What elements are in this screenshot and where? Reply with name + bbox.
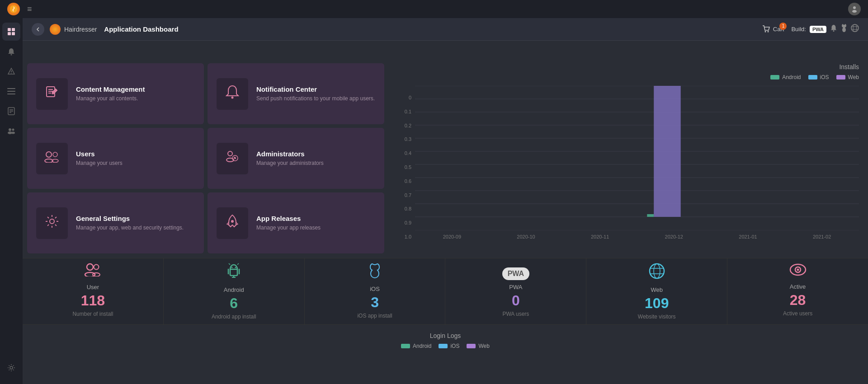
login-logs-title: Login Logs <box>50 332 841 339</box>
tile-icon-box-users <box>36 143 68 174</box>
top-bar: ≡ <box>0 0 868 18</box>
svg-point-75 <box>797 269 799 271</box>
svg-point-25 <box>851 24 859 32</box>
legend-android-dot <box>770 75 779 80</box>
svg-point-44 <box>231 220 234 223</box>
login-logs-legend: Android iOS Web <box>50 343 841 349</box>
tile-title-content: Content Management <box>76 85 145 93</box>
chart-svg <box>415 86 859 230</box>
tile-notification-center[interactable]: Notification Center Send push notificati… <box>208 63 384 124</box>
login-legend-web-dot <box>467 344 476 348</box>
bar-web-2020-12 <box>654 86 681 217</box>
sidebar-item-home[interactable] <box>2 23 20 41</box>
installs-chart: Installs Android iOS Web <box>398 63 859 253</box>
tile-icon-box-admin <box>217 143 248 174</box>
stat-pwa-desc: PWA users <box>502 311 529 317</box>
build-web-icon[interactable] <box>851 24 859 34</box>
stat-android-value: 6 <box>230 295 238 312</box>
tile-text-settings: General Settings Manage your app, web an… <box>76 215 184 232</box>
svg-rect-12 <box>7 94 15 94</box>
tile-users[interactable]: Users Manage your users <box>27 128 204 189</box>
build-apple-icon[interactable] <box>841 24 847 34</box>
stat-active-icon <box>789 263 807 280</box>
stat-user-label: User <box>87 284 99 290</box>
cart-badge: 1 <box>779 23 787 30</box>
tile-text-releases: App Releases Manage your app releases <box>256 215 321 232</box>
svg-point-57 <box>87 264 93 270</box>
stat-pwa: PWA PWA 0 PWA users <box>445 258 586 324</box>
svg-line-68 <box>237 263 239 265</box>
svg-point-33 <box>231 97 234 99</box>
tiles-section: Content Management Manage your all conte… <box>23 59 389 258</box>
build-notify-icon[interactable] <box>830 24 837 34</box>
stat-android-label: Android <box>224 286 244 293</box>
stat-ios-value: 3 <box>371 294 379 311</box>
stat-web-desc: Website visitors <box>638 314 676 320</box>
stat-active-desc: Active users <box>783 310 812 317</box>
svg-rect-6 <box>12 32 15 35</box>
stat-web-value: 109 <box>645 295 669 312</box>
gear-icon <box>45 214 59 232</box>
chart-x-labels: 2020-09 2020-10 2020-11 2020-12 2021-01 … <box>415 234 859 239</box>
svg-point-7 <box>11 54 12 56</box>
svg-point-26 <box>853 24 857 32</box>
sidebar-item-alerts[interactable] <box>2 62 20 80</box>
nav-bar: Hairdresser Application Dashboard 1 Cart… <box>23 18 868 41</box>
svg-point-60 <box>93 273 100 276</box>
svg-point-22 <box>764 31 766 32</box>
login-legend-web-label: Web <box>478 343 489 349</box>
app-logo <box>7 3 20 15</box>
tile-text-notification: Notification Center Send push notificati… <box>256 85 375 103</box>
tile-general-settings[interactable]: General Settings Manage your app, web an… <box>27 192 204 253</box>
svg-point-36 <box>53 152 57 157</box>
stat-active-value: 28 <box>790 292 806 309</box>
tile-administrators[interactable]: Administrators Manage your administrator… <box>208 128 384 189</box>
tile-app-releases[interactable]: App Releases Manage your app releases <box>208 192 384 253</box>
tile-icon-box-releases <box>217 207 248 239</box>
svg-point-66 <box>235 267 236 268</box>
avatar[interactable] <box>848 3 861 15</box>
app-name: Hairdresser <box>64 26 97 33</box>
stat-web-label: Web <box>651 286 663 293</box>
login-legend-ios: iOS <box>439 343 459 349</box>
cart-button[interactable]: 1 Cart <box>762 25 784 33</box>
app-logo-small <box>50 24 61 35</box>
svg-rect-11 <box>7 91 15 92</box>
svg-point-17 <box>9 128 11 131</box>
stat-pwa-icon: PWA <box>502 263 529 280</box>
stat-ios-label: iOS <box>370 286 380 292</box>
tile-desc-users: Manage your users <box>76 159 123 167</box>
legend-android-label: Android <box>782 74 801 80</box>
svg-rect-3 <box>8 28 11 31</box>
tile-title-notification: Notification Center <box>256 85 375 93</box>
tile-desc-content: Manage your all contents. <box>76 95 145 103</box>
svg-point-19 <box>12 129 14 131</box>
stat-web-icon <box>649 263 665 283</box>
legend-ios: iOS <box>808 74 829 80</box>
tile-title-settings: General Settings <box>76 215 184 222</box>
sidebar-item-users[interactable] <box>2 122 20 140</box>
back-button[interactable] <box>32 23 44 36</box>
page-title: Application Dashboard <box>104 25 178 33</box>
svg-line-67 <box>229 263 230 265</box>
build-pwa-badge[interactable]: PWA <box>810 26 826 33</box>
stat-android-desc: Android app install <box>212 314 256 320</box>
stat-user-icon <box>84 263 101 280</box>
tile-text-content: Content Management Manage your all conte… <box>76 85 145 103</box>
sidebar-item-documents[interactable] <box>2 102 20 120</box>
chart-bars-wrapper: 2020-09 2020-10 2020-11 2020-12 2021-01 … <box>415 86 859 239</box>
svg-point-43 <box>50 219 54 224</box>
stat-web: Web 109 Website visitors <box>586 258 727 324</box>
stat-ios-desc: iOS app install <box>357 313 392 319</box>
sidebar-item-list[interactable] <box>2 82 20 100</box>
tile-content-management[interactable]: Content Management Manage your all conte… <box>27 63 204 124</box>
svg-rect-4 <box>12 28 15 31</box>
sidebar-item-settings[interactable] <box>2 359 20 377</box>
admin-icon <box>226 150 239 167</box>
hamburger-button[interactable]: ≡ <box>27 5 32 14</box>
tile-title-users: Users <box>76 150 123 158</box>
sidebar-item-notifications[interactable] <box>2 42 20 61</box>
legend-web-label: Web <box>848 74 859 80</box>
login-legend-web: Web <box>467 343 489 349</box>
tile-title-releases: App Releases <box>256 215 321 222</box>
